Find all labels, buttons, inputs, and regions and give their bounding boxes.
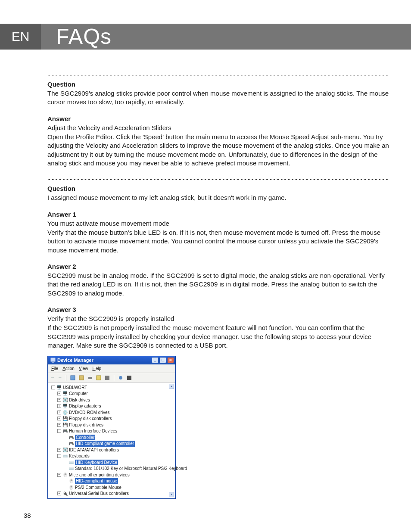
tree-item[interactable]: +🖥️Computer xyxy=(57,391,174,397)
tree-item[interactable]: +🖥️Display adapters xyxy=(57,403,174,410)
answer-intro: You must activate mouse movement mode xyxy=(47,219,389,228)
separator: ----------------------------------------… xyxy=(47,71,389,79)
tree-item[interactable]: +🔌Universal Serial Bus controllers xyxy=(57,491,174,497)
svg-rect-4 xyxy=(88,377,92,379)
tree-root[interactable]: −🖥️USDLWORT xyxy=(51,384,174,391)
toolbar-icon[interactable] xyxy=(78,375,84,381)
answer-intro: Adjust the Velocity and Acceleration Sli… xyxy=(47,124,389,132)
device-tree: ▴ ▾ −🖥️USDLWORT +🖥️Computer +💽Disk drive… xyxy=(48,383,175,498)
tree-item[interactable]: −🎮Human Interface Devices xyxy=(57,428,174,435)
answer-text: SGC2909 must be in analog mode. If the S… xyxy=(47,271,389,298)
close-button[interactable]: ✕ xyxy=(167,357,174,363)
forward-icon[interactable]: → xyxy=(58,374,62,381)
svg-rect-5 xyxy=(89,376,91,377)
menu-bar: File Action View Help xyxy=(48,364,175,373)
toolbar-icon[interactable] xyxy=(70,375,76,381)
device-manager-window: Device Manager _ □ ✕ File Action View He… xyxy=(47,356,176,499)
page-number: 38 xyxy=(24,512,31,519)
toolbar-icon[interactable] xyxy=(118,375,124,381)
tree-item-selected[interactable]: 🎮Controller xyxy=(63,434,174,441)
tree-item[interactable]: +💽Disk drives xyxy=(57,397,174,403)
question-text: I assigned mouse movement to my left ana… xyxy=(47,193,389,202)
question-text: The SGC2909's analog sticks provide poor… xyxy=(47,89,389,107)
tree-item[interactable]: 🖱️PS/2 Compatible Mouse xyxy=(63,484,174,491)
menu-view[interactable]: View xyxy=(79,366,88,372)
tree-item[interactable]: +💿DVD/CD-ROM drives xyxy=(57,409,174,416)
tree-item-selected[interactable]: 🎮HID-compliant game controller xyxy=(63,441,174,447)
tree-item[interactable]: +💾Floppy disk controllers xyxy=(57,416,174,422)
main-content: ----------------------------------------… xyxy=(47,71,389,499)
tree-item-selected[interactable]: ⌨️HID Keyboard Device xyxy=(63,459,174,466)
svg-rect-0 xyxy=(51,358,55,361)
toolbar: ← → xyxy=(48,373,175,383)
answer-heading: Answer 2 xyxy=(47,262,389,271)
toolbar-icon[interactable] xyxy=(126,375,132,381)
page-title: FAQs xyxy=(56,24,112,49)
svg-rect-6 xyxy=(97,376,101,380)
answer-text: Verify that the mouse button's blue LED … xyxy=(47,228,389,255)
system-icon xyxy=(50,358,56,363)
answer-heading: Answer 3 xyxy=(47,305,389,314)
tree-item[interactable]: −⌨️Keyboards xyxy=(57,453,174,460)
header-bar: EN FAQs xyxy=(0,24,411,50)
back-icon[interactable]: ← xyxy=(50,374,55,381)
maximize-button[interactable]: □ xyxy=(159,357,166,363)
tree-item-selected[interactable]: 🖱️HID-compliant mouse xyxy=(63,478,174,485)
minimize-button[interactable]: _ xyxy=(152,357,159,363)
print-icon[interactable] xyxy=(87,375,93,381)
answer-intro: Verify that the SGC2909 is properly inst… xyxy=(47,314,389,323)
svg-rect-9 xyxy=(127,376,131,380)
menu-action[interactable]: Action xyxy=(62,366,75,372)
window-title-text: Device Manager xyxy=(57,357,93,364)
window-titlebar: Device Manager _ □ ✕ xyxy=(48,356,175,364)
svg-point-8 xyxy=(119,376,122,380)
tree-item[interactable]: ⌨️Standard 101/102-Key or Microsoft Natu… xyxy=(63,466,174,472)
question-heading: Question xyxy=(47,80,389,89)
answer-text: If the SGC2909 is not properly installed… xyxy=(47,324,389,350)
svg-rect-3 xyxy=(79,376,84,380)
svg-rect-1 xyxy=(52,362,54,363)
svg-rect-7 xyxy=(105,376,109,380)
toolbar-icon[interactable] xyxy=(104,375,110,381)
question-heading: Question xyxy=(47,184,389,193)
separator: ----------------------------------------… xyxy=(47,175,389,184)
menu-file[interactable]: File xyxy=(51,366,58,372)
tree-item[interactable]: +💽IDE ATA/ATAPI controllers xyxy=(57,447,174,453)
scroll-down-icon[interactable]: ▾ xyxy=(169,492,174,497)
answer-heading: Answer 1 xyxy=(47,210,389,219)
menu-help[interactable]: Help xyxy=(92,366,101,372)
answer-text: Open the Profile Editor. Click the 'Spee… xyxy=(47,133,389,168)
tree-item[interactable]: +💾Floppy disk drives xyxy=(57,422,174,428)
svg-rect-2 xyxy=(71,376,75,380)
answer-heading: Answer xyxy=(47,115,389,123)
toolbar-icon[interactable] xyxy=(96,375,102,381)
scroll-up-icon[interactable]: ▴ xyxy=(169,384,174,389)
language-badge: EN xyxy=(0,24,41,50)
tree-item[interactable]: −🖱️Mice and other pointing devices xyxy=(57,472,174,478)
